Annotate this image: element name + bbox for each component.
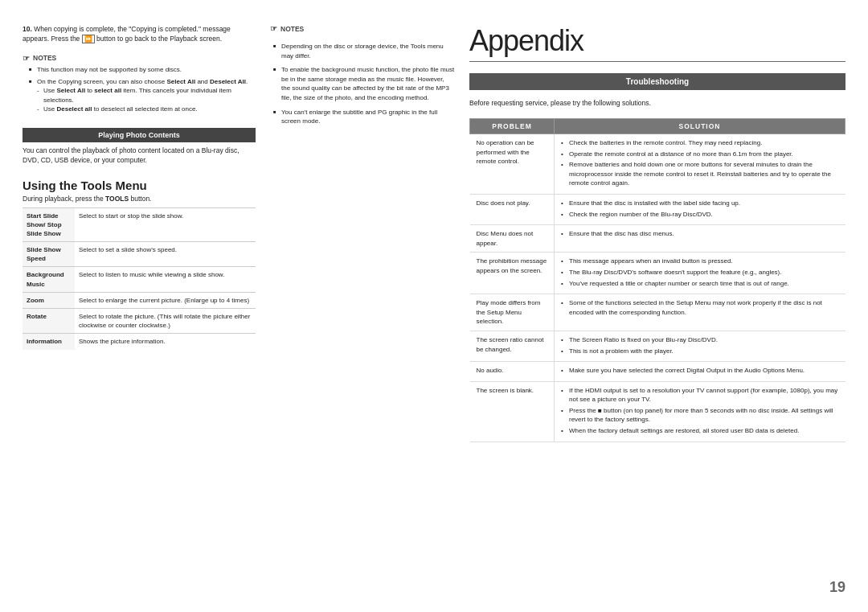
problem-cell: Disc Menu does not appear. (470, 225, 555, 253)
mid-note-item: Depending on the disc or storage device,… (273, 42, 455, 60)
problem-cell: Disc does not play. (470, 194, 555, 224)
solution-item: Remove batteries and hold down one or mo… (561, 160, 839, 188)
tools-table-row: Background MusicSelect to listen to musi… (23, 267, 256, 292)
trouble-table-row: No operation can be performed with the r… (470, 134, 845, 195)
tools-table-row: InformationShows the picture information… (23, 334, 256, 350)
left-note-sub-2: Use Deselect all to deselect all selecte… (37, 105, 256, 114)
tools-desc: Shows the picture information. (75, 334, 256, 350)
step-10-text: 10. When copying is complete, the "Copyi… (23, 24, 256, 44)
tools-label: Rotate (23, 309, 75, 334)
left-note-item-2: On the Copying screen, you can also choo… (29, 77, 256, 114)
solution-item: Make sure you have selected the correct … (561, 366, 839, 376)
left-notes-header: ☞ NOTES (23, 54, 256, 63)
tools-desc: Select to rotate the picture. (This will… (75, 309, 256, 334)
solution-item: You've requested a title or chapter numb… (561, 279, 839, 289)
tools-table-row: RotateSelect to rotate the picture. (Thi… (23, 309, 256, 334)
mid-notes-symbol: ☞ (270, 24, 277, 33)
solution-item: Check the batteries in the remote contro… (561, 138, 839, 148)
tools-desc: Select to listen to music while viewing … (75, 267, 256, 292)
problem-col-header: PROBLEM (470, 119, 555, 134)
tools-label: Information (23, 334, 75, 350)
solution-item: Check the region number of the Blu-ray D… (561, 210, 839, 220)
trouble-table-row: The screen is blank.If the HDMI output i… (470, 381, 845, 442)
solution-cell: Some of the functions selected in the Se… (555, 294, 845, 331)
solution-item: Ensure that the disc has disc menus. (561, 229, 839, 239)
solution-item: Operate the remote control at a distance… (561, 150, 839, 159)
trouble-table-row: No audio.Make sure you have selected the… (470, 362, 845, 382)
problem-cell: Play mode differs from the Setup Menu se… (470, 294, 555, 331)
solution-item: If the HDMI output is set to a resolutio… (561, 386, 839, 405)
left-column: 10. When copying is complete, the "Copyi… (23, 24, 256, 596)
tools-label: Background Music (23, 267, 75, 292)
tools-desc: Select to set a slide show's speed. (75, 242, 256, 267)
tools-menu-subtitle: During playback, press the TOOLS button. (23, 195, 256, 203)
problem-cell: The screen is blank. (470, 381, 555, 442)
tools-label: Start Slide Show/ Stop Slide Show (23, 207, 75, 242)
playing-photo-body: You can control the playback of photo co… (23, 146, 256, 166)
solution-cell: Check the batteries in the remote contro… (555, 134, 845, 195)
tools-label: Slide Show Speed (23, 242, 75, 267)
left-notes-section: ☞ NOTES This function may not be support… (23, 54, 256, 117)
right-column: Appendix Troubleshooting Before requesti… (469, 24, 845, 596)
tools-label: Zoom (23, 292, 75, 308)
tools-desc: Select to start or stop the slide show. (75, 207, 256, 242)
troubleshooting-header: Troubleshooting (469, 73, 845, 90)
troubleshooting-table: PROBLEM SOLUTION No operation can be per… (469, 118, 845, 442)
playing-photo-header: Playing Photo Contents (23, 128, 256, 142)
problem-cell: No audio. (470, 362, 555, 382)
solution-cell: Ensure that the disc is installed with t… (555, 194, 845, 224)
trouble-table-row: Disc Menu does not appear.Ensure that th… (470, 225, 845, 253)
solution-cell: The Screen Ratio is fixed on your Blu-ra… (555, 331, 845, 361)
mid-note-item: You can't enlarge the subtitle and PG gr… (273, 108, 455, 126)
solution-item: The Blu-ray Disc/DVD's software doesn't … (561, 268, 839, 277)
solution-item: This message appears when an invalid but… (561, 257, 839, 266)
tools-desc: Select to enlarge the current picture. (… (75, 292, 256, 308)
solution-item: The Screen Ratio is fixed on your Blu-ra… (561, 335, 839, 345)
trouble-table-row: The prohibition message appears on the s… (470, 253, 845, 294)
solution-cell: If the HDMI output is set to a resolutio… (555, 381, 845, 442)
problem-cell: The prohibition message appears on the s… (470, 253, 555, 294)
trouble-table-row: The screen ratio cannot be changed.The S… (470, 331, 845, 361)
mid-note-item: To enable the background music function,… (273, 65, 455, 102)
solution-item: When the factory default settings are re… (561, 426, 839, 436)
problem-cell: The screen ratio cannot be changed. (470, 331, 555, 361)
solution-item: Ensure that the disc is installed with t… (561, 199, 839, 208)
appendix-title: Appendix (469, 24, 845, 62)
page-number: 19 (829, 579, 845, 596)
solution-item: This is not a problem with the player. (561, 347, 839, 356)
tools-menu-title: Using the Tools Menu (23, 179, 256, 192)
mid-notes-list: Depending on the disc or storage device,… (270, 42, 455, 131)
tools-menu-section: Using the Tools Menu During playback, pr… (23, 172, 256, 350)
solution-col-header: SOLUTION (555, 119, 845, 134)
solution-cell: Make sure you have selected the correct … (555, 362, 845, 382)
left-notes-title: NOTES (33, 54, 56, 62)
mid-notes-header: ☞ NOTES (270, 24, 455, 33)
left-note-sub-1: Use Select All to select all item. This … (37, 86, 256, 105)
playing-photo-section: Playing Photo Contents You can control t… (23, 123, 256, 166)
tools-table-row: ZoomSelect to enlarge the current pictur… (23, 292, 256, 308)
before-text: Before requesting service, please try th… (469, 99, 845, 107)
solution-item: Some of the functions selected in the Se… (561, 298, 839, 317)
tools-table-row: Start Slide Show/ Stop Slide ShowSelect … (23, 207, 256, 242)
notes-symbol: ☞ (23, 54, 30, 63)
left-note-item-1: This function may not be supported by so… (29, 65, 256, 75)
tools-table: Start Slide Show/ Stop Slide ShowSelect … (23, 207, 256, 350)
solution-cell: Ensure that the disc has disc menus. (555, 225, 845, 253)
solution-item: Press the ■ button (on top panel) for mo… (561, 406, 839, 425)
trouble-table-row: Disc does not play.Ensure that the disc … (470, 194, 845, 224)
mid-notes-title: NOTES (280, 25, 304, 33)
problem-cell: No operation can be performed with the r… (470, 134, 555, 195)
left-notes-list: This function may not be supported by so… (23, 65, 256, 114)
solution-cell: This message appears when an invalid but… (555, 253, 845, 294)
middle-column: ☞ NOTES Depending on the disc or storage… (270, 24, 455, 596)
tools-table-row: Slide Show SpeedSelect to set a slide sh… (23, 242, 256, 267)
trouble-table-row: Play mode differs from the Setup Menu se… (470, 294, 845, 331)
